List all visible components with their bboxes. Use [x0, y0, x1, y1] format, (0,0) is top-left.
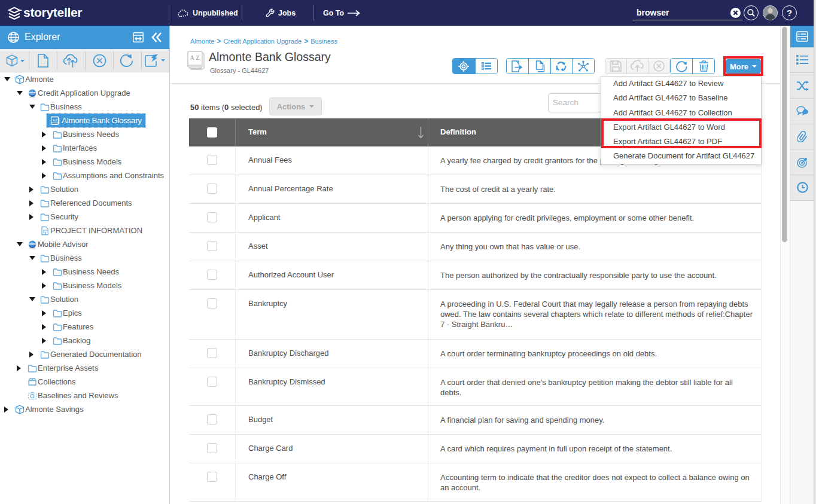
- svg-text:Z: Z: [196, 54, 200, 61]
- svg-text:A: A: [190, 54, 195, 61]
